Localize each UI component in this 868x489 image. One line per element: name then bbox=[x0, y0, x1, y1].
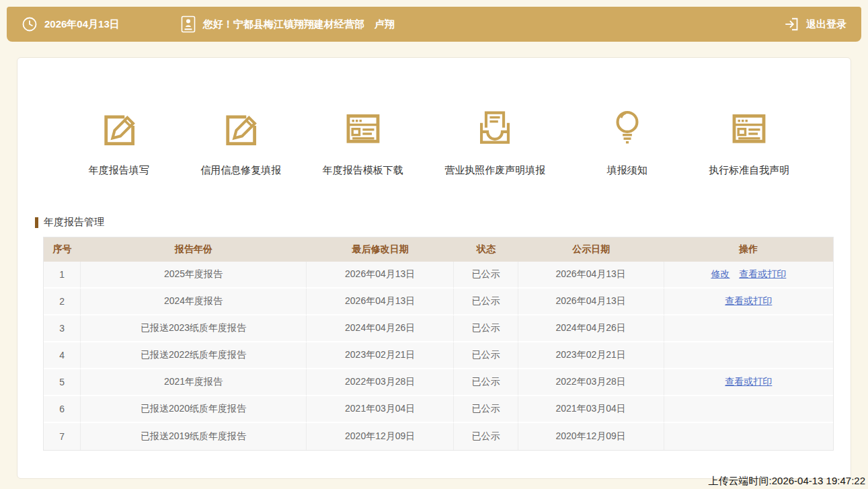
cell-status: 已公示 bbox=[454, 369, 518, 396]
col-header-status: 状态 bbox=[454, 237, 518, 262]
shortcut-label: 执行标准自我声明 bbox=[709, 164, 789, 177]
col-header-no: 序号 bbox=[44, 237, 81, 262]
cell-operation bbox=[664, 342, 833, 369]
section-marker bbox=[35, 217, 38, 228]
section-header: 年度报告管理 bbox=[35, 216, 851, 229]
view-or-print-link[interactable]: 查看或打印 bbox=[739, 268, 786, 279]
annual-report-table: 序号 报告年份 最后修改日期 状态 公示日期 操作 1 2025年度报告 202… bbox=[43, 237, 834, 451]
top-header-bar: 2026年04月13日 您好！宁都县梅江镇翔翔建材经营部 卢翔 退出登录 bbox=[7, 7, 861, 42]
cell-status: 已公示 bbox=[454, 342, 518, 369]
cell-year: 已报送2019纸质年度报告 bbox=[81, 423, 307, 450]
cell-published: 2022年03月28日 bbox=[518, 369, 664, 396]
header-greeting: 您好！宁都县梅江镇翔翔建材经营部 卢翔 bbox=[203, 18, 395, 31]
cell-modified: 2020年12月09日 bbox=[307, 423, 455, 450]
col-header-modified: 最后修改日期 bbox=[307, 237, 455, 262]
logout-icon bbox=[784, 16, 800, 32]
header-user-group: 您好！宁都县梅江镇翔翔建材经营部 卢翔 bbox=[180, 15, 395, 33]
cell-published: 2020年12月09日 bbox=[518, 423, 664, 450]
archive-icon bbox=[444, 106, 545, 151]
cell-modified: 2021年03月04日 bbox=[307, 396, 455, 423]
modify-link[interactable]: 修改 bbox=[711, 268, 729, 279]
table-row: 6 已报送2020纸质年度报告 2021年03月04日 已公示 2021年03月… bbox=[44, 396, 833, 423]
edit-icon bbox=[200, 106, 281, 151]
shortcut-template-download[interactable]: 年度报告模板下载 bbox=[323, 106, 403, 177]
shortcut-label: 填报须知 bbox=[587, 164, 668, 177]
view-or-print-link[interactable]: 查看或打印 bbox=[725, 295, 772, 306]
cell-year: 已报送2022纸质年度报告 bbox=[81, 342, 307, 369]
cell-status: 已公示 bbox=[454, 262, 518, 289]
cell-year: 已报送2023纸质年度报告 bbox=[81, 315, 307, 342]
cell-no: 5 bbox=[44, 369, 81, 396]
table-row: 5 2021年度报告 2022年03月28日 已公示 2022年03月28日 查… bbox=[44, 369, 833, 396]
cell-no: 7 bbox=[44, 423, 81, 450]
cell-published: 2024年04月26日 bbox=[518, 315, 664, 342]
table-header-row: 序号 报告年份 最后修改日期 状态 公示日期 操作 bbox=[44, 237, 833, 262]
cell-status: 已公示 bbox=[454, 423, 518, 450]
cell-operation bbox=[664, 396, 833, 423]
cell-status: 已公示 bbox=[454, 289, 518, 315]
main-card: 年度报告填写 信用信息修复填报 bbox=[17, 57, 851, 479]
table-row: 3 已报送2023纸质年度报告 2024年04月26日 已公示 2024年04月… bbox=[44, 315, 833, 342]
shortcut-label: 年度报告模板下载 bbox=[323, 164, 403, 177]
cell-year: 2021年度报告 bbox=[81, 369, 307, 396]
logout-button[interactable]: 退出登录 bbox=[784, 16, 846, 32]
shortcut-label: 年度报告填写 bbox=[79, 164, 159, 177]
shortcut-label: 信用信息修复填报 bbox=[200, 164, 281, 177]
cell-operation bbox=[664, 315, 833, 342]
cell-no: 3 bbox=[44, 315, 81, 342]
table-row: 4 已报送2022纸质年度报告 2023年02月21日 已公示 2023年02月… bbox=[44, 342, 833, 369]
view-or-print-link[interactable]: 查看或打印 bbox=[725, 376, 772, 387]
cell-modified: 2024年04月26日 bbox=[307, 315, 455, 342]
col-header-year: 报告年份 bbox=[81, 237, 307, 262]
col-header-published: 公示日期 bbox=[518, 237, 664, 262]
shortcut-license-cancellation[interactable]: 营业执照作废声明填报 bbox=[444, 106, 545, 177]
shortcut-label: 营业执照作废声明填报 bbox=[444, 164, 545, 177]
cell-operation: 修改 查看或打印 bbox=[664, 262, 833, 289]
cell-published: 2023年02月21日 bbox=[518, 342, 664, 369]
section-title: 年度报告管理 bbox=[44, 216, 104, 229]
cell-operation: 查看或打印 bbox=[664, 369, 833, 396]
cell-year: 2024年度报告 bbox=[81, 289, 307, 315]
cell-modified: 2026年04月13日 bbox=[307, 289, 455, 315]
cell-no: 2 bbox=[44, 289, 81, 315]
shortcut-credit-repair[interactable]: 信用信息修复填报 bbox=[200, 106, 281, 177]
shortcut-annual-report-fill[interactable]: 年度报告填写 bbox=[79, 106, 159, 177]
header-date: 2026年04月13日 bbox=[44, 18, 120, 31]
shortcut-standard-declaration[interactable]: 执行标准自我声明 bbox=[709, 106, 789, 177]
header-date-group: 2026年04月13日 bbox=[22, 16, 120, 32]
cell-no: 6 bbox=[44, 396, 81, 423]
table-row: 2 2024年度报告 2026年04月13日 已公示 2026年04月13日 查… bbox=[44, 289, 833, 315]
bulb-icon bbox=[587, 106, 668, 151]
user-seal-icon bbox=[180, 15, 196, 33]
shortcut-filing-notes[interactable]: 填报须知 bbox=[587, 106, 668, 177]
cell-modified: 2022年03月28日 bbox=[307, 369, 455, 396]
cell-modified: 2026年04月13日 bbox=[307, 262, 455, 289]
cell-status: 已公示 bbox=[454, 315, 518, 342]
cell-no: 1 bbox=[44, 262, 81, 289]
cell-year: 2025年度报告 bbox=[81, 262, 307, 289]
col-header-operation: 操作 bbox=[664, 237, 833, 262]
cell-status: 已公示 bbox=[454, 396, 518, 423]
cell-year: 已报送2020纸质年度报告 bbox=[81, 396, 307, 423]
table-row: 7 已报送2019纸质年度报告 2020年12月09日 已公示 2020年12月… bbox=[44, 423, 833, 450]
edit-icon bbox=[79, 106, 159, 151]
table-row: 1 2025年度报告 2026年04月13日 已公示 2026年04月13日 修… bbox=[44, 262, 833, 289]
cell-no: 4 bbox=[44, 342, 81, 369]
cell-modified: 2023年02月21日 bbox=[307, 342, 455, 369]
cell-operation bbox=[664, 423, 833, 450]
cell-operation: 查看或打印 bbox=[664, 289, 833, 315]
template-icon bbox=[323, 106, 403, 151]
template-icon bbox=[709, 106, 789, 151]
cell-published: 2026年04月13日 bbox=[518, 289, 664, 315]
logout-label: 退出登录 bbox=[806, 18, 846, 31]
upload-time-text: 上传云端时间:2026-04-13 19:47:22 bbox=[709, 475, 865, 488]
cell-published: 2021年03月04日 bbox=[518, 396, 664, 423]
cell-published: 2026年04月13日 bbox=[518, 262, 664, 289]
shortcut-row: 年度报告填写 信用信息修复填报 bbox=[17, 58, 851, 177]
clock-icon bbox=[22, 16, 38, 32]
